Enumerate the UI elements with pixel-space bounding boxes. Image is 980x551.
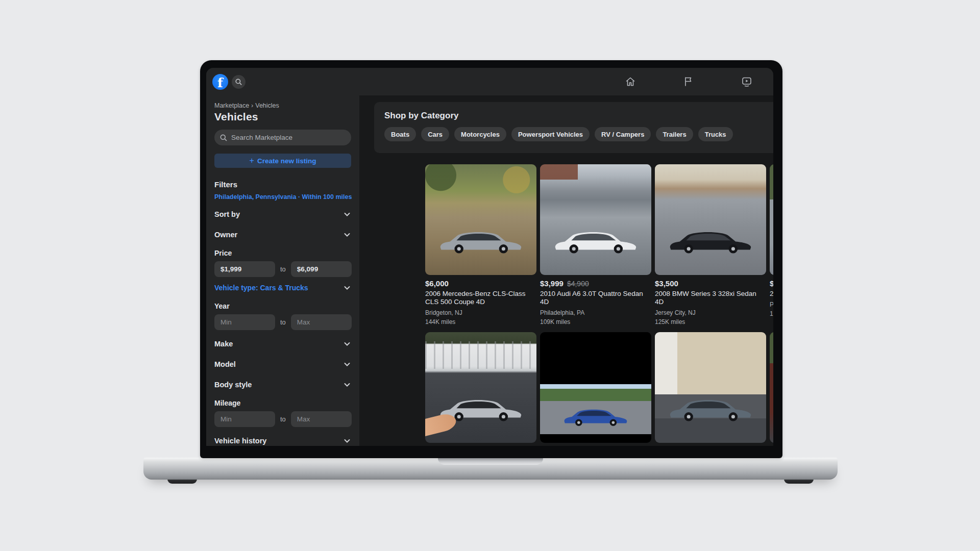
- filters-heading: Filters: [214, 180, 351, 189]
- home-icon[interactable]: [624, 76, 636, 88]
- listing-title: 2: [770, 290, 773, 298]
- listing-card[interactable]: [425, 332, 536, 443]
- category-chip-motorcycles[interactable]: Motorcycles: [454, 127, 506, 141]
- mileage-filter-label: Mileage: [214, 399, 351, 407]
- listing-card[interactable]: $3,999 $4,900 2010 Audi A6 3.0T Quattro …: [540, 164, 651, 325]
- category-chip-cars[interactable]: Cars: [421, 127, 449, 141]
- listing-mileage: 109K miles: [540, 318, 651, 325]
- price-range-row: to: [214, 261, 351, 277]
- filter-vehicle-type-label: Vehicle type: Cars & Trucks: [214, 284, 308, 292]
- listing-location: Pl: [770, 301, 773, 308]
- facebook-topbar: f: [206, 68, 773, 95]
- listing-title: 2008 BMW Series 3 328xi Sedan 4D: [655, 290, 766, 306]
- browser-screen: f Marketplac: [206, 68, 773, 446]
- chevron-down-icon: [343, 210, 351, 218]
- price-min-input[interactable]: [214, 261, 275, 277]
- listing-location: Bridgeton, NJ: [425, 309, 536, 316]
- facebook-logo[interactable]: f: [212, 74, 228, 90]
- car-photo-silhouette: [436, 227, 525, 256]
- listing-price: $: [770, 279, 773, 288]
- chevron-down-icon: [343, 340, 351, 348]
- create-new-listing-button[interactable]: + Create new listing: [214, 154, 351, 168]
- listing-card[interactable]: [540, 332, 651, 443]
- listings-row-2: [425, 332, 773, 443]
- breadcrumb: Marketplace›Vehicles: [214, 102, 351, 109]
- filter-vehicle-type[interactable]: Vehicle type: Cars & Trucks: [214, 278, 351, 297]
- year-max-input[interactable]: [291, 314, 352, 330]
- listing-card[interactable]: $3,500 2008 BMW Series 3 328xi Sedan 4D …: [655, 164, 766, 325]
- breadcrumb-separator: ›: [251, 102, 253, 109]
- search-icon: [235, 78, 242, 86]
- listing-mileage: 1: [770, 310, 773, 317]
- marketplace-sidebar: Marketplace›Vehicles Vehicles + Create n…: [206, 95, 359, 446]
- mileage-min-input[interactable]: [214, 411, 275, 427]
- listing-mileage: 144K miles: [425, 318, 536, 325]
- filter-body-style[interactable]: Body style: [214, 375, 351, 394]
- search-input[interactable]: [231, 134, 346, 141]
- listing-card[interactable]: $6,000 2006 Mercedes-Benz CLS-Class CLS …: [425, 164, 536, 325]
- watch-video-icon[interactable]: [741, 76, 753, 88]
- filter-make[interactable]: Make: [214, 334, 351, 354]
- filter-owner-label: Owner: [214, 231, 237, 239]
- chevron-down-icon: [343, 360, 351, 368]
- listing-photo: [770, 332, 773, 443]
- letterboxed-photo: [540, 384, 651, 434]
- laptop-screen-frame: f Marketplac: [200, 60, 782, 458]
- filter-model[interactable]: Model: [214, 355, 351, 374]
- category-chip-powersport-vehicles[interactable]: Powersport Vehicles: [511, 127, 590, 141]
- marketplace-flag-icon[interactable]: [682, 76, 695, 88]
- listing-photo: [655, 164, 766, 275]
- car-photo-silhouette: [666, 395, 755, 424]
- listing-mileage: 125K miles: [655, 318, 766, 325]
- laptop-lid-notch: [438, 458, 543, 465]
- price-max-input[interactable]: [291, 261, 352, 277]
- listing-title: 2010 Audi A6 3.0T Quattro Sedan 4D: [540, 290, 651, 306]
- breadcrumb-marketplace[interactable]: Marketplace: [214, 102, 249, 109]
- listing-card[interactable]: [655, 332, 766, 443]
- search-button[interactable]: [232, 75, 246, 89]
- listing-card-clipped[interactable]: [770, 332, 773, 443]
- breadcrumb-vehicles[interactable]: Vehicles: [255, 102, 279, 109]
- listing-price: $3,500: [655, 279, 678, 288]
- filter-vehicle-history[interactable]: Vehicle history: [214, 431, 351, 446]
- filter-model-label: Model: [214, 360, 236, 368]
- location-filter-link[interactable]: Philadelphia, Pennsylvania · Within 100 …: [214, 193, 351, 201]
- plus-icon: +: [250, 156, 254, 165]
- category-chip-rv-campers[interactable]: RV / Campers: [595, 127, 651, 141]
- listing-location: Philadelphia, PA: [540, 309, 651, 316]
- page-title: Vehicles: [214, 111, 351, 123]
- laptop-base: [143, 458, 838, 480]
- year-filter-label: Year: [214, 302, 351, 310]
- listing-photo: [655, 332, 766, 443]
- create-new-listing-label: Create new listing: [257, 157, 316, 165]
- marketplace-main: Shop by Category Boats Cars Motorcycles …: [359, 95, 773, 446]
- category-chip-boats[interactable]: Boats: [384, 127, 416, 141]
- search-icon: [219, 134, 228, 142]
- category-chip-trucks[interactable]: Trucks: [698, 127, 733, 141]
- chevron-down-icon: [343, 231, 351, 239]
- filter-vehicle-history-label: Vehicle history: [214, 437, 266, 445]
- mileage-max-input[interactable]: [291, 411, 352, 427]
- car-photo-silhouette: [666, 227, 755, 256]
- listing-price: $3,999: [540, 279, 564, 288]
- shop-by-category-title: Shop by Category: [384, 111, 773, 121]
- chevron-down-icon: [343, 381, 351, 389]
- facebook-logo-glyph: f: [217, 77, 223, 90]
- year-min-input[interactable]: [214, 314, 275, 330]
- filter-owner[interactable]: Owner: [214, 225, 351, 244]
- filter-sort-by[interactable]: Sort by: [214, 205, 351, 224]
- topnav: [624, 76, 753, 88]
- listing-card-clipped[interactable]: $ 2 Pl 1: [770, 164, 773, 325]
- listing-title: 2006 Mercedes-Benz CLS-Class CLS 500 Cou…: [425, 290, 536, 306]
- marketplace-search[interactable]: [214, 130, 351, 145]
- chevron-down-icon: [343, 284, 351, 292]
- listing-price: $6,000: [425, 279, 449, 288]
- category-chip-trailers[interactable]: Trailers: [656, 127, 693, 141]
- listing-photo: [540, 164, 651, 275]
- filter-make-label: Make: [214, 340, 233, 348]
- listing-photo: [425, 164, 536, 275]
- chevron-down-icon: [343, 437, 351, 445]
- price-range-separator: to: [280, 265, 286, 273]
- shop-by-category-panel: Shop by Category Boats Cars Motorcycles …: [374, 102, 773, 153]
- filter-body-style-label: Body style: [214, 381, 252, 389]
